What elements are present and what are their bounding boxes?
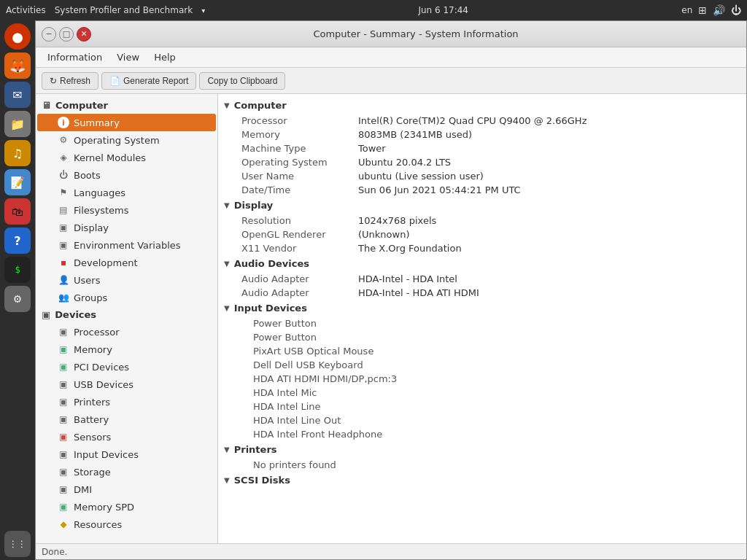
dmi-icon: ▣ bbox=[58, 483, 69, 495]
triangle-input-icon: ▼ bbox=[224, 304, 230, 312]
printer-item-0: No printers found bbox=[218, 458, 746, 472]
users-icon: 👤 bbox=[58, 274, 69, 286]
groups-icon: 👥 bbox=[58, 292, 69, 303]
section-computer-header[interactable]: ▼ Computer bbox=[218, 97, 746, 114]
sidebar-item-os[interactable]: ⚙ Operating System bbox=[37, 131, 216, 149]
app-window: ─ □ ✕ Computer - Summary - System Inform… bbox=[35, 20, 747, 560]
sidebar-devices-header: ▣ Devices bbox=[36, 306, 217, 323]
section-audio-header[interactable]: ▼ Audio Devices bbox=[218, 255, 746, 272]
dock-firefox[interactable]: 🦊 bbox=[4, 52, 31, 79]
inputdevices-icon: ▣ bbox=[58, 448, 69, 460]
resources-icon: ◆ bbox=[58, 518, 69, 530]
storage-icon: ▣ bbox=[58, 466, 69, 478]
sidebar-item-filesystems[interactable]: ▤ Filesystems bbox=[37, 201, 216, 219]
computer-icon: 🖥 bbox=[42, 100, 51, 111]
sidebar-item-groups[interactable]: 👥 Groups bbox=[37, 289, 216, 306]
topbar: Activities System Profiler and Benchmark… bbox=[0, 0, 747, 20]
sidebar-item-languages[interactable]: ⚑ Languages bbox=[37, 184, 216, 201]
close-button[interactable]: ✕ bbox=[77, 27, 91, 42]
copy-clipboard-button[interactable]: Copy to Clipboard bbox=[199, 72, 285, 90]
envvars-icon: ▣ bbox=[58, 239, 69, 251]
detail-row-username: User Name ubuntu (Live session user) bbox=[218, 169, 746, 183]
detail-row-resolution: Resolution 747x560 pixels bbox=[218, 214, 746, 228]
generate-report-button[interactable]: 📄 Generate Report bbox=[101, 72, 196, 90]
sidebar-item-dmi[interactable]: ▣ DMI bbox=[37, 481, 216, 498]
menu-view[interactable]: View bbox=[111, 50, 145, 65]
usb-icon: ▣ bbox=[58, 378, 69, 390]
sidebar-item-resources[interactable]: ◆ Resources bbox=[37, 516, 216, 533]
menubar: Information View Help bbox=[36, 47, 746, 68]
window-title: Computer - Summary - System Information bbox=[91, 28, 740, 39]
dock-terminal[interactable]: $ bbox=[4, 257, 31, 283]
dock-rhythmbox[interactable]: ♫ bbox=[4, 140, 31, 166]
sidebar-item-usb[interactable]: ▣ USB Devices bbox=[37, 376, 216, 393]
dock-all-apps[interactable]: ⋮⋮ bbox=[4, 531, 31, 557]
os-icon: ⚙ bbox=[58, 134, 69, 146]
filesystems-icon: ▤ bbox=[58, 204, 69, 216]
dock-help[interactable]: ? bbox=[4, 228, 31, 254]
sidebar-item-users[interactable]: 👤 Users bbox=[37, 271, 216, 289]
languages-icon: ⚑ bbox=[58, 187, 69, 198]
input-item-6: HDA Intel Line bbox=[218, 400, 746, 413]
detail-panel: ▼ Computer Processor Intel(R) Core(TM)2 … bbox=[218, 94, 746, 543]
sidebar-item-pci[interactable]: ▣ PCI Devices bbox=[37, 358, 216, 376]
section-scsi-header[interactable]: ▼ SCSI Disks bbox=[218, 472, 746, 489]
dock-sysprof[interactable]: ⚙ bbox=[4, 286, 31, 312]
statusbar: Done. bbox=[36, 543, 746, 559]
input-item-1: Power Button bbox=[218, 330, 746, 344]
minimize-button[interactable]: ─ bbox=[42, 27, 56, 42]
maximize-button[interactable]: □ bbox=[59, 27, 74, 42]
input-item-8: HDA Intel Front Headphone bbox=[218, 427, 746, 441]
sidebar-item-storage[interactable]: ▣ Storage bbox=[37, 463, 216, 481]
section-input-header[interactable]: ▼ Input Devices bbox=[218, 300, 746, 316]
dock-thunderbird[interactable]: ✉ bbox=[4, 82, 31, 108]
application-dock: ● 🦊 ✉ 📁 ♫ 📝 🛍 ? $ ⚙ ⋮⋮ bbox=[0, 20, 35, 560]
detail-row-audio1: Audio Adapter HDA-Intel - HDA Intel bbox=[218, 272, 746, 286]
memory-icon: ▣ bbox=[58, 343, 69, 355]
triangle-computer-icon: ▼ bbox=[224, 101, 230, 109]
development-icon: ▪ bbox=[58, 257, 69, 268]
sidebar-item-development[interactable]: ▪ Development bbox=[37, 254, 216, 271]
datetime-label: Jun 6 17:44 bbox=[418, 5, 468, 15]
detail-row-datetime: Date/Time Sun 06 Jun 2021 05:44:21 PM UT… bbox=[218, 183, 746, 197]
menu-help[interactable]: Help bbox=[148, 50, 182, 65]
detail-row-machinetype: Machine Type Tower bbox=[218, 141, 746, 155]
section-printers-content: No printers found bbox=[218, 458, 746, 472]
sidebar-item-battery[interactable]: ▣ Battery bbox=[37, 411, 216, 428]
menu-information[interactable]: Information bbox=[42, 50, 108, 65]
dock-files[interactable]: 📁 bbox=[4, 111, 31, 137]
input-item-3: Dell Dell USB Keyboard bbox=[218, 358, 746, 372]
dock-writer[interactable]: 📝 bbox=[4, 169, 31, 195]
section-printers-header[interactable]: ▼ Printers bbox=[218, 441, 746, 458]
printers-icon: ▣ bbox=[58, 396, 69, 408]
section-input-content: Power Button Power Button PixArt USB Opt… bbox=[218, 316, 746, 441]
sidebar-item-inputdevices[interactable]: ▣ Input Devices bbox=[37, 446, 216, 463]
triangle-audio-icon: ▼ bbox=[224, 260, 230, 268]
detail-row-audio2: Audio Adapter HDA-Intel - HDA ATI HDMI bbox=[218, 286, 746, 300]
processor-icon: ▣ bbox=[58, 326, 69, 338]
boots-icon: ⏻ bbox=[58, 169, 69, 181]
status-text: Done. bbox=[42, 547, 67, 557]
section-computer-content: Processor Intel(R) Core(TM)2 Quad CPU Q9… bbox=[218, 114, 746, 197]
locale-label[interactable]: en bbox=[681, 5, 692, 15]
sidebar-item-display[interactable]: ▣ Display bbox=[37, 219, 216, 236]
sidebar-item-memory[interactable]: ▣ Memory bbox=[37, 341, 216, 358]
dock-ubuntu[interactable]: ● bbox=[4, 23, 31, 50]
sidebar-item-printers[interactable]: ▣ Printers bbox=[37, 393, 216, 411]
power-icon[interactable]: ⏻ bbox=[731, 4, 741, 16]
sidebar-item-boots[interactable]: ⏻ Boots bbox=[37, 166, 216, 184]
detail-row-memory: Memory 8083MB (2341MB used) bbox=[218, 128, 746, 141]
activities-button[interactable]: Activities bbox=[6, 5, 46, 15]
sidebar-item-envvars[interactable]: ▣ Environment Variables bbox=[37, 236, 216, 254]
sidebar-item-summary[interactable]: i Summary bbox=[37, 114, 216, 131]
sidebar-item-memspd[interactable]: ▣ Memory SPD bbox=[37, 498, 216, 516]
dock-appstore[interactable]: 🛍 bbox=[4, 198, 31, 225]
sidebar-item-kernel[interactable]: ◈ Kernel Modules bbox=[37, 149, 216, 166]
section-display-header[interactable]: ▼ Display bbox=[218, 197, 746, 214]
refresh-button[interactable]: ↻ Refresh bbox=[42, 72, 98, 90]
volume-icon[interactable]: 🔊 bbox=[713, 4, 725, 16]
section-audio-content: Audio Adapter HDA-Intel - HDA Intel Audi… bbox=[218, 272, 746, 300]
sidebar-item-sensors[interactable]: ▣ Sensors bbox=[37, 428, 216, 446]
network-icon[interactable]: ⊞ bbox=[698, 4, 707, 16]
sidebar-item-processor[interactable]: ▣ Processor bbox=[37, 323, 216, 341]
